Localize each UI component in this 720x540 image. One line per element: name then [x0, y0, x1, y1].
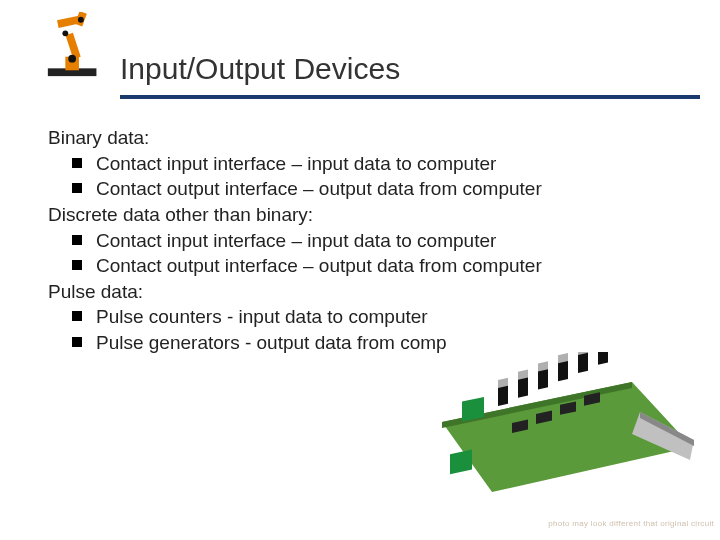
bullet-text: Contact input interface – input data to …	[96, 151, 496, 177]
bullet-item: Contact input interface – input data to …	[72, 228, 678, 254]
footnote-text: photo may look different that original c…	[548, 519, 714, 528]
bullet-text: Contact input interface – input data to …	[96, 228, 496, 254]
square-bullet-icon	[72, 235, 82, 245]
bullet-text: Contact output interface – output data f…	[96, 253, 542, 279]
bullet-item: Pulse counters - input data to computer	[72, 304, 678, 330]
svg-point-5	[68, 55, 76, 63]
section-label: Binary data:	[48, 125, 678, 151]
robot-arm-icon	[38, 12, 116, 80]
bullet-text: Pulse generators - output data from comp	[96, 330, 447, 356]
slide-title: Input/Output Devices	[120, 52, 400, 86]
section-label: Pulse data:	[48, 279, 678, 305]
svg-point-6	[62, 30, 68, 36]
square-bullet-icon	[72, 311, 82, 321]
square-bullet-icon	[72, 260, 82, 270]
bullet-item: Contact input interface – input data to …	[72, 151, 678, 177]
svg-point-7	[78, 17, 84, 23]
svg-rect-16	[578, 352, 588, 373]
bullet-text: Contact output interface – output data f…	[96, 176, 542, 202]
content-body: Binary data: Contact input interface – i…	[48, 125, 678, 356]
svg-rect-17	[598, 352, 608, 365]
bullet-item: Contact output interface – output data f…	[72, 176, 678, 202]
section-label: Discrete data other than binary:	[48, 202, 678, 228]
bullet-text: Pulse counters - input data to computer	[96, 304, 428, 330]
title-underline	[120, 95, 700, 99]
square-bullet-icon	[72, 337, 82, 347]
bullet-item: Contact output interface – output data f…	[72, 253, 678, 279]
square-bullet-icon	[72, 158, 82, 168]
slide: Input/Output Devices Binary data: Contac…	[0, 0, 720, 540]
circuit-board-image	[432, 352, 712, 512]
svg-rect-10	[450, 449, 472, 474]
square-bullet-icon	[72, 183, 82, 193]
